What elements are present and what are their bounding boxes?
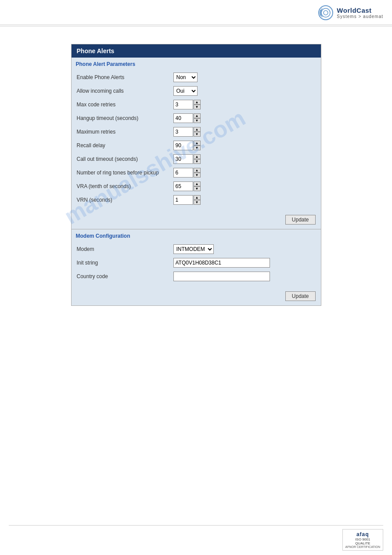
- init-string-label: Init string: [77, 260, 173, 266]
- modem-select[interactable]: INTMODEM: [173, 244, 214, 254]
- afaq-quality-text: QUALITE: [355, 541, 370, 545]
- maximum-retries-control: ▲ ▼: [173, 127, 201, 137]
- recall-delay-row: Recall delay ▲ ▼: [77, 140, 316, 151]
- ring-tones-row: Number of ring tones before pickup ▲ ▼: [77, 167, 316, 178]
- vrn-spinners: ▲ ▼: [194, 195, 201, 205]
- afaq-iso-text: ISO 9001: [355, 537, 370, 541]
- enable-phone-alerts-row: Enable Phone Alerts Non Oui: [77, 72, 316, 83]
- hangup-timeout-input[interactable]: [173, 113, 193, 123]
- vrn-down[interactable]: ▼: [194, 200, 201, 205]
- maximum-retries-up[interactable]: ▲: [194, 127, 201, 132]
- footer-content: afaq ISO 9001 QUALITE AFNOR CERTIFICATIO…: [0, 529, 392, 555]
- callout-timeout-input[interactable]: [173, 154, 193, 164]
- init-string-row: Init string: [77, 257, 316, 268]
- max-code-retries-spinners: ▲ ▼: [194, 100, 201, 109]
- vra-control: ▲ ▼: [173, 181, 201, 191]
- ring-tones-label: Number of ring tones before pickup: [77, 170, 173, 176]
- ring-tones-spinners: ▲ ▼: [194, 168, 201, 178]
- phone-alert-params-label: Phone Alert Parameters: [72, 58, 321, 69]
- vra-input[interactable]: [173, 181, 193, 191]
- country-code-label: Country code: [77, 273, 173, 279]
- worldcast-icon: [317, 4, 334, 21]
- allow-incoming-calls-select[interactable]: Oui Non: [173, 86, 198, 96]
- phone-alerts-panel: Phone Alerts Phone Alert Parameters Enab…: [71, 44, 321, 306]
- hangup-timeout-up[interactable]: ▲: [194, 113, 201, 118]
- vrn-row: VRN (seconds) ▲ ▼: [77, 194, 316, 206]
- modem-control: INTMODEM: [173, 244, 214, 254]
- init-string-control: [173, 258, 270, 268]
- vra-label: VRA (tenth of seconds): [77, 183, 173, 189]
- afaq-cert-text: AFNOR CERTIFICATION: [345, 545, 380, 548]
- enable-phone-alerts-select[interactable]: Non Oui: [173, 73, 198, 82]
- enable-phone-alerts-control: Non Oui: [173, 73, 198, 82]
- ring-tones-down[interactable]: ▼: [194, 173, 201, 178]
- allow-incoming-calls-control: Oui Non: [173, 86, 198, 96]
- logo-sub: Systems > audemat: [337, 14, 383, 19]
- hangup-timeout-label: Hangup timeout (seconds): [77, 115, 173, 121]
- logo-area: WorldCast Systems > audemat: [317, 4, 383, 21]
- allow-incoming-calls-row: Allow incoming calls Oui Non: [77, 85, 316, 97]
- panel-body: Phone Alert Parameters Enable Phone Aler…: [72, 58, 321, 305]
- max-code-retries-up[interactable]: ▲: [194, 100, 201, 105]
- phone-alert-form: Enable Phone Alerts Non Oui Allow incomi…: [72, 69, 321, 212]
- recall-delay-control: ▲ ▼: [173, 141, 201, 150]
- ring-tones-input[interactable]: [173, 168, 193, 178]
- max-code-retries-row: Max code retries ▲ ▼: [77, 99, 316, 110]
- vra-row: VRA (tenth of seconds) ▲ ▼: [77, 181, 316, 192]
- vrn-up[interactable]: ▲: [194, 195, 201, 200]
- hangup-timeout-down[interactable]: ▼: [194, 118, 201, 123]
- country-code-control: [173, 272, 270, 281]
- svg-point-1: [321, 8, 330, 17]
- maximum-retries-label: Maximum retries: [77, 129, 173, 135]
- main-content: Phone Alerts Phone Alert Parameters Enab…: [0, 26, 392, 323]
- logo-brand: WorldCast: [337, 7, 383, 14]
- maximum-retries-spinners: ▲ ▼: [194, 127, 201, 137]
- update-row-1: Update: [72, 212, 321, 229]
- hangup-timeout-control: ▲ ▼: [173, 113, 201, 123]
- callout-timeout-down[interactable]: ▼: [194, 159, 201, 164]
- maximum-retries-input[interactable]: [173, 127, 193, 137]
- callout-timeout-up[interactable]: ▲: [194, 154, 201, 159]
- callout-timeout-label: Call out timeout (seconds): [77, 156, 173, 162]
- init-string-input[interactable]: [173, 258, 270, 268]
- vrn-label: VRN (seconds): [77, 197, 173, 203]
- maximum-retries-row: Maximum retries ▲ ▼: [77, 126, 316, 138]
- vra-spinners: ▲ ▼: [194, 181, 201, 191]
- vra-up[interactable]: ▲: [194, 181, 201, 186]
- recall-delay-label: Recall delay: [77, 142, 173, 149]
- update-button-2[interactable]: Update: [285, 291, 316, 301]
- recall-delay-input[interactable]: [173, 141, 193, 150]
- max-code-retries-label: Max code retries: [77, 102, 173, 108]
- modem-config-form: Modem INTMODEM Init string: [72, 241, 321, 289]
- max-code-retries-down[interactable]: ▼: [194, 105, 201, 109]
- update-button-1[interactable]: Update: [285, 215, 316, 225]
- callout-timeout-spinners: ▲ ▼: [194, 154, 201, 164]
- country-code-input[interactable]: [173, 272, 270, 281]
- callout-timeout-row: Call out timeout (seconds) ▲ ▼: [77, 153, 316, 165]
- modem-label: Modem: [77, 246, 173, 252]
- hangup-timeout-spinners: ▲ ▼: [194, 113, 201, 123]
- recall-delay-spinners: ▲ ▼: [194, 141, 201, 150]
- update-row-2: Update: [72, 289, 321, 305]
- vra-down[interactable]: ▼: [194, 186, 201, 191]
- logo-text: WorldCast Systems > audemat: [337, 7, 383, 19]
- hangup-timeout-row: Hangup timeout (seconds) ▲ ▼: [77, 112, 316, 124]
- callout-timeout-control: ▲ ▼: [173, 154, 201, 164]
- vrn-input[interactable]: [173, 195, 193, 205]
- afaq-badge: afaq ISO 9001 QUALITE AFNOR CERTIFICATIO…: [342, 529, 383, 551]
- ring-tones-control: ▲ ▼: [173, 168, 201, 178]
- recall-delay-down[interactable]: ▼: [194, 145, 201, 150]
- ring-tones-up[interactable]: ▲: [194, 168, 201, 173]
- recall-delay-up[interactable]: ▲: [194, 141, 201, 145]
- max-code-retries-input[interactable]: [173, 100, 193, 109]
- page-header: WorldCast Systems > audemat: [0, 0, 392, 25]
- svg-point-2: [324, 11, 328, 15]
- modem-row: Modem INTMODEM: [77, 243, 316, 255]
- vrn-control: ▲ ▼: [173, 195, 201, 205]
- panel-title: Phone Alerts: [72, 44, 321, 58]
- afaq-top-text: afaq: [356, 531, 369, 537]
- maximum-retries-down[interactable]: ▼: [194, 132, 201, 137]
- allow-incoming-calls-label: Allow incoming calls: [77, 88, 173, 94]
- max-code-retries-control: ▲ ▼: [173, 100, 201, 109]
- footer: afaq ISO 9001 QUALITE AFNOR CERTIFICATIO…: [0, 525, 392, 555]
